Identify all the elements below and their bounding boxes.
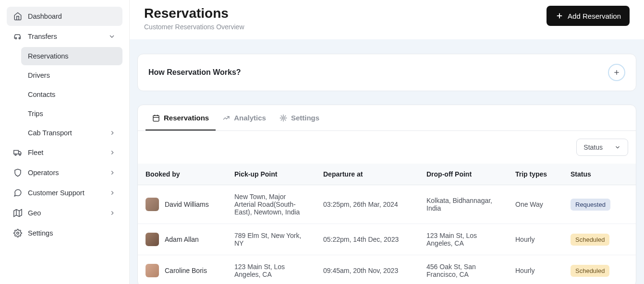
chart-icon [222, 114, 230, 122]
booker-name: Adam Allan [165, 236, 199, 243]
tab-label: Analytics [234, 114, 266, 122]
trip-type-cell: Hourly [508, 224, 563, 255]
tab-analytics[interactable]: Analytics [216, 105, 273, 130]
sidebar-item-trips[interactable]: Trips [21, 105, 122, 123]
sidebar-item-dashboard[interactable]: Dashboard [7, 7, 122, 26]
svg-rect-2 [14, 151, 19, 154]
sidebar-item-label: Dashboard [28, 12, 62, 20]
col-trip-types: Trip types [508, 164, 563, 185]
chevron-right-icon [109, 169, 116, 176]
car-icon [13, 32, 22, 41]
page-header: Reservations Customer Reservations Overv… [130, 0, 644, 39]
tab-label: Settings [291, 114, 319, 122]
sidebar-item-label: Contacts [28, 91, 55, 98]
svg-point-4 [19, 154, 21, 155]
page-title: Reservations [144, 6, 244, 21]
main-content: Reservations Customer Reservations Overv… [130, 0, 644, 284]
sidebar-transfers-sub: Reservations Drivers Contacts Trips Cab … [7, 47, 122, 142]
sidebar-item-label: Geo [28, 209, 41, 217]
sidebar-item-customer-support[interactable]: Customer Support [7, 183, 122, 202]
button-label: Add Reservation [568, 12, 621, 20]
svg-point-8 [17, 232, 19, 235]
chevron-down-icon [614, 144, 621, 151]
col-departure: Departure at [316, 164, 419, 185]
col-dropoff: Drop-off Point [419, 164, 508, 185]
pickup-cell: 123 Main St, Los Angeles, CA [227, 255, 316, 284]
sidebar-item-transfers[interactable]: Transfers [7, 27, 122, 46]
filter-label: Status [583, 143, 603, 151]
sidebar-item-label: Fleet [28, 149, 43, 156]
sidebar-item-reservations[interactable]: Reservations [21, 47, 122, 65]
shield-icon [13, 168, 22, 177]
trip-type-cell: Hourly [508, 255, 563, 284]
chevron-right-icon [109, 189, 116, 196]
sidebar-item-cab-transport[interactable]: Cab Transport [21, 124, 122, 142]
tab-label: Reservations [164, 114, 209, 122]
departure-cell: 09:45am, 20th Nov, 2023 [316, 255, 419, 284]
sidebar-item-contacts[interactable]: Contacts [21, 85, 122, 104]
dropoff-cell: 456 Oak St, San Francisco, CA [419, 255, 508, 284]
svg-point-0 [15, 37, 17, 39]
table-row[interactable]: Caroline Boris 123 Main St, Los Angeles,… [138, 255, 636, 284]
sidebar-item-label: Customer Support [28, 189, 85, 197]
sidebar-item-label: Operators [28, 169, 59, 177]
booker-cell: Caroline Boris [146, 264, 219, 277]
add-reservation-button[interactable]: Add Reservation [547, 6, 630, 26]
avatar [146, 264, 159, 277]
departure-cell: 05:22pm, 14th Dec, 2023 [316, 224, 419, 255]
expand-info-button[interactable] [608, 64, 625, 81]
status-badge: Requested [571, 199, 610, 211]
map-icon [13, 209, 22, 217]
booker-name: David Williams [165, 201, 209, 208]
svg-rect-13 [153, 115, 159, 121]
gear-icon [13, 229, 22, 237]
sidebar-item-label: Trips [28, 110, 43, 118]
sidebar-item-label: Transfers [28, 33, 57, 40]
svg-point-17 [282, 117, 284, 119]
svg-point-3 [15, 154, 16, 155]
filter-row: Status [138, 131, 636, 164]
chevron-down-icon [108, 33, 116, 40]
status-badge: Scheduled [571, 265, 609, 277]
col-status: Status [563, 164, 636, 185]
table-row[interactable]: David Williams New Town, Major Arterial … [138, 185, 636, 224]
table-row[interactable]: Adam Allan 789 Elm St, New York, NY 05:2… [138, 224, 636, 255]
sidebar-item-fleet[interactable]: Fleet [7, 143, 122, 162]
page-subtitle: Customer Reservations Overview [144, 23, 244, 31]
booker-name: Caroline Boris [165, 267, 207, 274]
sidebar-item-operators[interactable]: Operators [7, 163, 122, 182]
sidebar-item-label: Cab Transport [28, 129, 72, 137]
sidebar-item-label: Settings [28, 229, 53, 237]
tab-reservations[interactable]: Reservations [146, 105, 216, 130]
status-badge: Scheduled [571, 234, 609, 246]
status-filter-dropdown[interactable]: Status [576, 139, 628, 156]
avatar [146, 198, 159, 211]
reservations-table: Booked by Pick-up Point Departure at Dro… [138, 164, 636, 284]
booker-cell: Adam Allan [146, 233, 219, 246]
svg-marker-5 [14, 210, 22, 217]
chevron-right-icon [109, 130, 116, 136]
sidebar-item-drivers[interactable]: Drivers [21, 66, 122, 84]
sidebar-item-geo[interactable]: Geo [7, 203, 122, 223]
truck-icon [13, 148, 22, 157]
sidebar-item-label: Drivers [28, 71, 50, 79]
dropoff-cell: Kolkata, Bidhannagar, India [419, 185, 508, 224]
home-icon [13, 12, 22, 21]
plus-icon [555, 12, 564, 20]
avatar [146, 233, 159, 246]
content-area: How Reservation Works? Reservations Anal… [130, 39, 644, 284]
dropoff-cell: 123 Main St, Los Angeles, CA [419, 224, 508, 255]
trip-type-cell: One Way [508, 185, 563, 224]
booker-cell: David Williams [146, 198, 219, 211]
chevron-right-icon [109, 210, 116, 216]
pickup-cell: 789 Elm St, New York, NY [227, 224, 316, 255]
info-card: How Reservation Works? [137, 54, 636, 91]
departure-cell: 03:25pm, 26th Mar, 2024 [316, 185, 419, 224]
tabs: Reservations Analytics Settings [138, 105, 636, 131]
reservations-panel: Reservations Analytics Settings Status [137, 105, 636, 284]
sidebar: Dashboard Transfers Reservations Drivers… [0, 0, 130, 284]
sidebar-item-settings[interactable]: Settings [7, 224, 122, 243]
chat-icon [13, 189, 22, 197]
plus-icon [613, 69, 620, 76]
tab-settings[interactable]: Settings [273, 105, 326, 130]
